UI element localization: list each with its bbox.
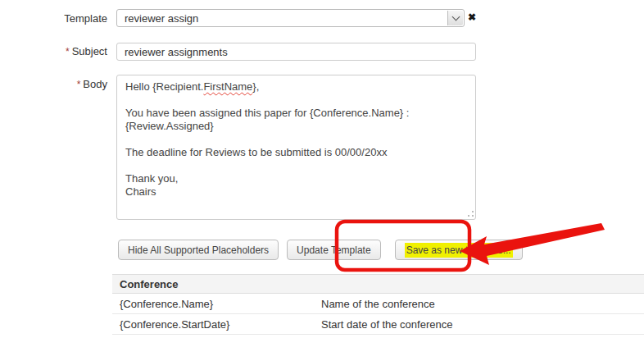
placeholder-description: Name of the conference [321,298,644,310]
table-section-header: Conference [112,275,644,294]
template-label-text: Template [64,12,107,25]
subject-label: *Subject [25,45,107,57]
template-select[interactable]: reviewer assign [116,9,465,27]
placeholders-table: Conference {Conference.Name} Name of the… [112,274,644,338]
placeholder-token: {Conference.StartDate} [112,318,321,331]
required-marker: * [77,79,81,90]
body-label: *Body [25,78,107,90]
body-textarea[interactable]: Hello {Recipient.FirstName}, You have be… [116,75,476,220]
resize-grip-icon[interactable] [466,210,474,218]
template-select-value: reviewer assign [125,12,198,25]
subject-label-text: Subject [72,45,107,57]
table-row: {Conference.Name} Name of the conference [112,294,644,314]
body-text: You have been assigned this paper for {C… [125,94,467,199]
body-label-text: Body [83,78,107,90]
email-template-form: Template reviewer assign ✖ *Subject *Bod… [0,0,644,338]
save-as-new-template-button[interactable]: Save as new template... [395,240,523,260]
highlighted-label: Save as new template... [405,243,513,258]
body-line1: Hello {Recipient.FirstName}, [125,80,467,94]
clear-template-icon[interactable]: ✖ [468,11,476,23]
update-template-button[interactable]: Update Template [287,240,381,260]
template-label: Template [25,12,107,25]
template-actions-toolbar: Hide All Supported Placeholders Update T… [118,240,523,260]
placeholder-token: {Conference.Name} [112,298,321,310]
required-marker: * [66,46,70,57]
table-row: {Conference.StartDate} Start date of the… [112,314,644,335]
misspelled-word: FirstName [203,80,252,93]
placeholder-description: Start date of the conference [321,318,644,331]
template-select-dropdown-button[interactable] [447,11,463,25]
subject-input[interactable] [116,43,476,61]
chevron-down-icon [451,13,460,21]
table-row: {Conference.EndDate} End date of the con… [112,335,644,338]
hide-placeholders-button[interactable]: Hide All Supported Placeholders [118,240,279,260]
